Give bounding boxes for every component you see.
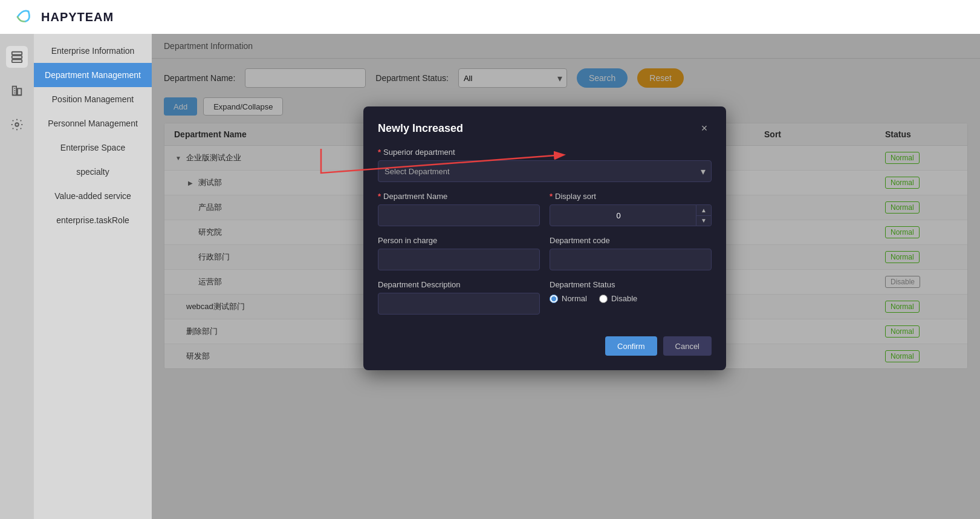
dept-desc-label: Department Description <box>378 280 540 289</box>
dept-name-input[interactable] <box>378 204 540 226</box>
person-charge-label: Person in charge <box>378 236 540 245</box>
layers-sidebar-icon[interactable] <box>6 46 28 68</box>
superior-dept-select[interactable]: Select Department <box>378 160 712 182</box>
sidebar-item-enterprise-info[interactable]: Enterprise Information <box>34 39 152 63</box>
sidebar-item-value-added[interactable]: Value-added service <box>34 184 152 208</box>
icon-sidebar <box>0 34 34 519</box>
required-indicator: * <box>378 192 381 201</box>
dept-name-section: * Department Name <box>378 192 540 226</box>
number-up-button[interactable]: ▲ <box>696 205 711 216</box>
newly-increased-modal: Newly Increased × * Superior department … <box>363 106 726 370</box>
display-sort-section: * Display sort 0 ▲ ▼ <box>550 192 712 226</box>
dept-name-label: * Department Name <box>378 192 540 201</box>
sidebar-item-enterprise-space[interactable]: Enterprise Space <box>34 135 152 160</box>
dept-desc-section: Department Description <box>378 280 540 315</box>
person-charge-section: Person in charge <box>378 236 540 270</box>
svg-rect-2 <box>12 60 22 63</box>
radio-disable[interactable] <box>599 295 608 303</box>
form-row-name-sort: * Department Name * Display sort 0 ▲ ▼ <box>378 192 712 236</box>
confirm-button[interactable]: Confirm <box>605 336 657 356</box>
number-spinner: ▲ ▼ <box>696 204 712 226</box>
sidebar-item-specialty[interactable]: specialty <box>34 160 152 184</box>
sidebar-item-personnel-mgmt[interactable]: Personnel Management <box>34 111 152 135</box>
radio-disable-label[interactable]: Disable <box>599 294 637 303</box>
svg-rect-4 <box>18 88 21 95</box>
dept-code-section: Department code <box>550 236 712 270</box>
superior-dept-label: * Superior department <box>378 148 712 157</box>
required-indicator: * <box>378 148 381 157</box>
display-sort-input-wrap: 0 ▲ ▼ <box>550 204 712 226</box>
radio-normal[interactable] <box>550 295 558 303</box>
nav-sidebar: Enterprise Information Department Manage… <box>34 34 152 519</box>
logo-icon <box>12 6 34 28</box>
gear-sidebar-icon[interactable] <box>6 114 28 135</box>
form-row-person-code: Person in charge Department code <box>378 236 712 280</box>
svg-rect-0 <box>12 52 22 55</box>
modal-header: Newly Increased × <box>378 121 712 135</box>
modal-close-button[interactable]: × <box>697 121 712 135</box>
dept-code-input[interactable] <box>550 249 712 270</box>
cancel-button[interactable]: Cancel <box>663 336 712 356</box>
person-charge-input[interactable] <box>378 249 540 270</box>
display-sort-label: * Display sort <box>550 192 712 201</box>
svg-rect-1 <box>12 56 22 59</box>
svg-point-9 <box>15 123 19 126</box>
number-down-button[interactable]: ▼ <box>696 216 711 226</box>
display-sort-input[interactable]: 0 <box>550 204 696 226</box>
dept-status-radio-group: Normal Disable <box>550 294 712 303</box>
topbar: HAPYTEAM <box>0 0 980 34</box>
building-sidebar-icon[interactable] <box>6 80 28 102</box>
content-area: Department Information Department Name: … <box>152 34 980 519</box>
dept-desc-input[interactable] <box>378 293 540 315</box>
sidebar-item-task-role[interactable]: enterprise.taskRole <box>34 208 152 232</box>
sidebar-item-position-mgmt[interactable]: Position Management <box>34 87 152 111</box>
dept-code-label: Department code <box>550 236 712 245</box>
app-title: HAPYTEAM <box>41 10 114 24</box>
sidebar-item-dept-mgmt[interactable]: Department Management <box>34 63 152 87</box>
modal-footer: Confirm Cancel <box>378 336 712 356</box>
form-row-desc-status: Department Description Department Status… <box>378 280 712 324</box>
dept-status-label: Department Status <box>550 280 712 289</box>
dept-status-section: Department Status Normal Disable <box>550 280 712 315</box>
radio-normal-label[interactable]: Normal <box>550 294 587 303</box>
required-indicator: * <box>550 192 553 201</box>
superior-dept-section: * Superior department Select Department <box>378 148 712 182</box>
modal-title: Newly Increased <box>378 122 463 135</box>
superior-dept-select-wrap: Select Department <box>378 160 712 182</box>
